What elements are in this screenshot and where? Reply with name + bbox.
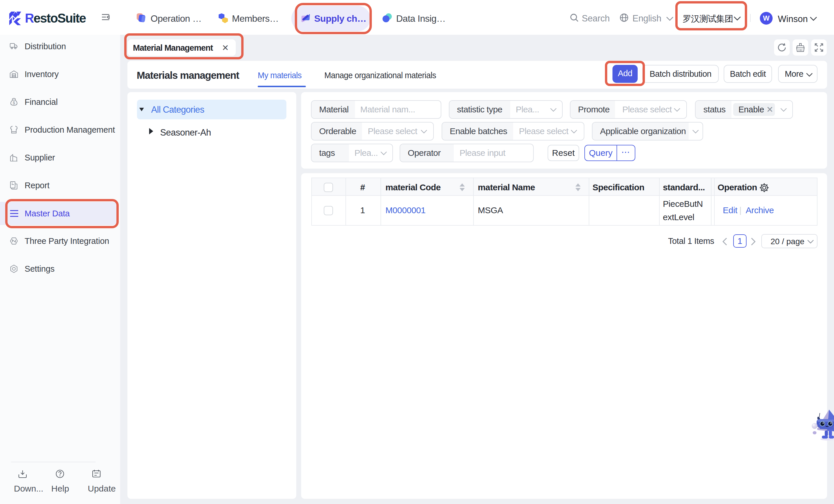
svg-text:$: $ <box>13 101 15 105</box>
